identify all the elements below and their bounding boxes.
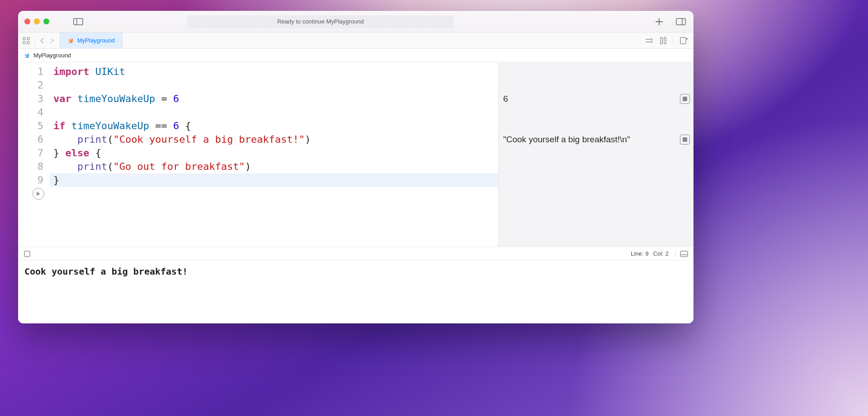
result-row xyxy=(499,119,693,133)
adjust-editor-icon[interactable] xyxy=(660,37,667,44)
line-number: 6 xyxy=(18,133,43,146)
quick-look-button[interactable] xyxy=(680,94,690,104)
result-row: 6 xyxy=(499,92,693,106)
svg-rect-6 xyxy=(23,42,25,44)
nav-back-icon[interactable] xyxy=(39,37,45,44)
code-area[interactable]: import UIKitvar timeYouWakeUp = 6if time… xyxy=(50,62,498,247)
result-row xyxy=(499,173,693,187)
result-row xyxy=(499,160,693,173)
line-number: 7 xyxy=(18,146,43,160)
source-editor[interactable]: 123456789 import UIKitvar timeYouWakeUp … xyxy=(18,62,498,247)
tab-myplayground[interactable]: MyPlayground xyxy=(59,33,123,48)
editor-split: 123456789 import UIKitvar timeYouWakeUp … xyxy=(18,62,693,247)
square-icon xyxy=(683,97,687,101)
cursor-line-value: 9 xyxy=(645,250,648,257)
breakpoint-toggle-icon[interactable] xyxy=(24,250,31,257)
code-line[interactable]: print("Go out for breakfast") xyxy=(50,160,498,173)
titlebar: Ready to continue MyPlayground xyxy=(18,11,693,33)
run-playground-button[interactable] xyxy=(33,188,44,200)
code-line[interactable]: } xyxy=(50,173,498,187)
result-row xyxy=(499,65,693,79)
swift-icon xyxy=(66,37,74,44)
svg-rect-9 xyxy=(664,37,666,44)
line-number: 4 xyxy=(18,106,43,119)
result-value: "Cook yourself a big breakfast!\n" xyxy=(503,135,630,145)
svg-rect-7 xyxy=(27,42,29,44)
svg-rect-8 xyxy=(660,37,662,44)
library-toggle-button[interactable] xyxy=(675,16,687,27)
line-number: 2 xyxy=(18,79,43,92)
code-line[interactable]: if timeYouWakeUp == 6 { xyxy=(50,119,498,133)
xcode-window: Ready to continue MyPlayground xyxy=(18,11,693,323)
related-items-icon[interactable] xyxy=(23,37,30,44)
svg-rect-10 xyxy=(680,37,686,44)
svg-rect-4 xyxy=(23,37,25,40)
svg-rect-2 xyxy=(676,19,685,25)
quick-look-button[interactable] xyxy=(680,135,690,145)
svg-rect-0 xyxy=(74,19,83,25)
code-line[interactable]: } else { xyxy=(50,146,498,160)
result-value: 6 xyxy=(503,94,508,104)
cursor-col-value: 2 xyxy=(665,250,669,257)
jump-bar-path: MyPlayground xyxy=(33,52,71,59)
activity-status-text: Ready to continue MyPlayground xyxy=(277,18,364,25)
result-row xyxy=(499,146,693,160)
code-line[interactable]: var timeYouWakeUp = 6 xyxy=(50,92,498,106)
line-number: 8 xyxy=(18,160,43,173)
svg-rect-12 xyxy=(680,251,688,257)
svg-rect-11 xyxy=(24,251,30,257)
editor-status-bar: Line: 9 Col: 2 xyxy=(18,247,693,260)
line-number-gutter: 123456789 xyxy=(18,62,50,247)
result-row xyxy=(499,79,693,92)
line-number: 1 xyxy=(18,65,43,79)
activity-status: Ready to continue MyPlayground xyxy=(187,15,454,28)
code-review-icon[interactable] xyxy=(645,37,653,44)
line-number: 3 xyxy=(18,92,43,106)
square-icon xyxy=(683,137,687,142)
add-button[interactable] xyxy=(653,16,665,27)
code-line[interactable]: import UIKit xyxy=(50,65,498,79)
plus-icon xyxy=(655,18,663,26)
svg-rect-5 xyxy=(27,37,29,40)
play-icon xyxy=(36,191,41,196)
swift-icon xyxy=(23,52,30,59)
code-line[interactable] xyxy=(50,106,498,119)
code-line[interactable] xyxy=(50,79,498,92)
close-window-button[interactable] xyxy=(24,19,30,24)
sidebar-left-icon xyxy=(73,18,83,25)
result-row: "Cook yourself a big breakfast!\n" xyxy=(499,133,693,146)
add-editor-icon[interactable] xyxy=(680,37,688,44)
navigator-toggle-button[interactable] xyxy=(72,16,85,27)
sidebar-right-icon xyxy=(676,18,686,25)
debug-console[interactable]: Cook yourself a big breakfast! xyxy=(18,260,693,323)
nav-forward-icon[interactable] xyxy=(49,37,55,44)
results-sidebar: 6"Cook yourself a big breakfast!\n" xyxy=(498,62,693,247)
line-number: 9 xyxy=(18,173,43,187)
tab-label: MyPlayground xyxy=(77,37,115,44)
minimize-window-button[interactable] xyxy=(34,19,40,24)
debug-area-toggle-icon[interactable] xyxy=(680,251,688,257)
cursor-line-label: Line: xyxy=(631,250,643,257)
tab-nav-controls xyxy=(18,33,59,48)
code-line[interactable]: print("Cook yourself a big breakfast!") xyxy=(50,133,498,146)
tab-bar: MyPlayground xyxy=(18,33,693,49)
zoom-window-button[interactable] xyxy=(43,19,49,24)
window-controls xyxy=(24,19,49,24)
console-output: Cook yourself a big breakfast! xyxy=(24,266,188,277)
result-row xyxy=(499,106,693,119)
jump-bar[interactable]: MyPlayground xyxy=(18,49,693,62)
cursor-col-label: Col: xyxy=(653,250,664,257)
line-number: 5 xyxy=(18,119,43,133)
